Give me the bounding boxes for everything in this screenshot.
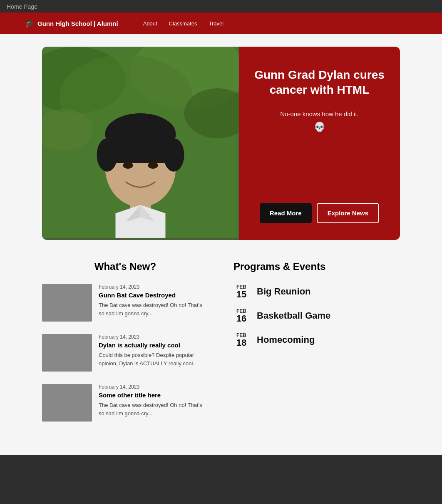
hero-title: Gunn Grad Dylan cures cancer with HTML bbox=[253, 67, 385, 98]
event-day: 15 bbox=[233, 290, 249, 299]
event-date: FEB 15 bbox=[233, 284, 249, 299]
news-excerpt: Could this be possible? Despite popular … bbox=[99, 351, 209, 367]
news-thumbnail bbox=[42, 384, 92, 422]
news-item: February 14, 2023 Gunn Bat Cave Destroye… bbox=[42, 284, 209, 322]
news-date: February 14, 2023 bbox=[99, 384, 209, 390]
news-item: February 14, 2023 Dylan is actually real… bbox=[42, 334, 209, 372]
event-date: FEB 18 bbox=[233, 332, 249, 347]
svg-rect-12 bbox=[107, 138, 174, 163]
hero-buttons: Read More Explore News bbox=[253, 203, 385, 223]
event-name: Homecoming bbox=[257, 334, 315, 345]
event-name: Big Reunion bbox=[257, 286, 311, 297]
event-date: FEB 16 bbox=[233, 308, 249, 323]
news-thumbnail bbox=[42, 284, 92, 322]
news-headline: Dylan is actually really cool bbox=[99, 342, 209, 349]
nav-link-classmates[interactable]: Classmates bbox=[169, 20, 197, 27]
news-thumbnail bbox=[42, 334, 92, 372]
event-item: FEB 16 Basketball Game bbox=[233, 308, 400, 323]
read-more-button[interactable]: Read More bbox=[260, 203, 312, 223]
event-item: FEB 15 Big Reunion bbox=[233, 284, 400, 299]
hero-photo bbox=[42, 47, 239, 238]
school-logo-icon: 🎓 bbox=[25, 19, 34, 28]
event-day: 16 bbox=[233, 314, 249, 323]
svg-point-14 bbox=[148, 162, 158, 169]
news-date: February 14, 2023 bbox=[99, 284, 209, 290]
main-content: Gunn Grad Dylan cures cancer with HTML N… bbox=[0, 34, 442, 455]
nav-link-travel[interactable]: Travel bbox=[209, 20, 224, 27]
whats-new-title: What's New? bbox=[42, 261, 209, 272]
nav-link-about[interactable]: About bbox=[143, 20, 157, 27]
skull-icon: 💀 bbox=[253, 122, 385, 132]
programs-events-title: Programs & Events bbox=[233, 261, 400, 272]
event-item: FEB 18 Homecoming bbox=[233, 332, 400, 347]
programs-events-section: Programs & Events FEB 15 Big Reunion FEB… bbox=[233, 261, 400, 434]
news-excerpt: The Bat cave was destroyed! Oh no! That'… bbox=[99, 401, 209, 417]
navbar: 🎓 Gunn High School | Alumni About Classm… bbox=[0, 12, 442, 34]
news-headline: Some other title here bbox=[99, 392, 209, 399]
window-title: Home Page bbox=[0, 0, 442, 12]
svg-point-13 bbox=[123, 162, 133, 169]
hero-top-content: Gunn Grad Dylan cures cancer with HTML N… bbox=[253, 67, 385, 149]
news-content: February 14, 2023 Gunn Bat Cave Destroye… bbox=[99, 284, 209, 322]
whats-new-section: What's New? February 14, 2023 Gunn Bat C… bbox=[42, 261, 209, 434]
news-excerpt: The Bat cave was destroyed! Oh no! That'… bbox=[99, 301, 209, 317]
nav-brand: 🎓 Gunn High School | Alumni bbox=[25, 19, 118, 28]
news-headline: Gunn Bat Cave Destroyed bbox=[99, 292, 209, 299]
hero-image bbox=[42, 47, 239, 240]
event-day: 18 bbox=[233, 338, 249, 347]
nav-links: About Classmates Travel bbox=[143, 20, 224, 27]
nav-brand-text: Gunn High School | Alumni bbox=[37, 20, 118, 27]
bottom-section: What's New? February 14, 2023 Gunn Bat C… bbox=[42, 261, 400, 434]
hero-section: Gunn Grad Dylan cures cancer with HTML N… bbox=[42, 47, 400, 240]
news-date: February 14, 2023 bbox=[99, 334, 209, 340]
news-content: February 14, 2023 Some other title here … bbox=[99, 384, 209, 422]
explore-news-button[interactable]: Explore News bbox=[317, 203, 379, 223]
event-name: Basketball Game bbox=[257, 310, 330, 321]
hero-panel: Gunn Grad Dylan cures cancer with HTML N… bbox=[239, 47, 400, 240]
news-content: February 14, 2023 Dylan is actually real… bbox=[99, 334, 209, 372]
news-item: February 14, 2023 Some other title here … bbox=[42, 384, 209, 422]
hero-subtitle: No-one knows how he did it. bbox=[253, 110, 385, 117]
